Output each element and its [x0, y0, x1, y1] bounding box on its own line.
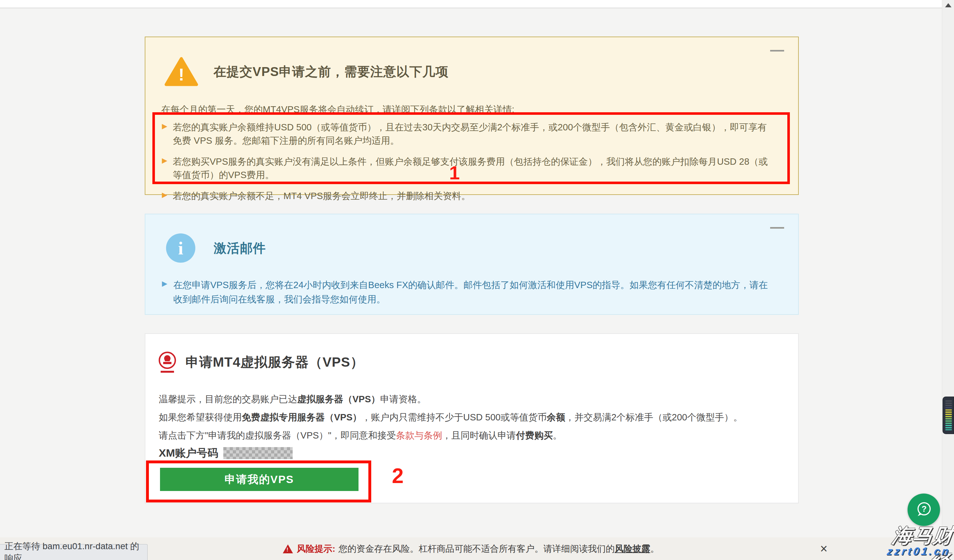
- collapse-dash-icon[interactable]: [770, 50, 784, 51]
- text: 。: [650, 544, 659, 554]
- help-chat-button[interactable]: ?: [907, 493, 940, 526]
- terms-and-conditions-link[interactable]: 条款与条例: [396, 430, 442, 440]
- stamp-icon: [158, 350, 176, 374]
- status-text: 正在等待 bam.eu01.nr-data.net 的响应...: [5, 540, 147, 560]
- text: 。: [553, 430, 562, 440]
- apply-paragraph-1: 温馨提示，目前您的交易账户已达虚拟服务器（VPS）申请资格。: [159, 393, 426, 406]
- text: 温馨提示，目前您的交易账户已达: [159, 394, 297, 404]
- text: 请点击下方"申请我的虚拟服务器（VPS）"，即同意和接受: [159, 430, 396, 440]
- svg-text:!: !: [178, 65, 184, 84]
- apply-my-vps-button[interactable]: 申请我的VPS: [160, 468, 359, 491]
- page-top-strip: [0, 0, 942, 8]
- close-icon[interactable]: ×: [820, 539, 828, 558]
- risk-label: 风险提示:: [297, 543, 335, 555]
- risk-text: 您的资金存在风险。杠杆商品可能不适合所有客户。请详细阅读我们的风险披露。: [338, 543, 659, 555]
- text: 如果您希望获得使用: [159, 412, 242, 422]
- apply-paragraph-3: 请点击下方"申请我的虚拟服务器（VPS）"，即同意和接受条款与条例，且同时确认申…: [159, 429, 562, 442]
- bullet-arrow-icon: ▶: [162, 189, 173, 202]
- risk-warning-glyph: !: [287, 547, 288, 553]
- bullet-arrow-icon: ▶: [162, 121, 173, 147]
- bullet-arrow-icon: ▶: [162, 278, 173, 306]
- warning-bullet-text: 若您的真实账户余额不足，MT4 VPS服务会立即终止，并删除相关资料。: [173, 189, 471, 202]
- account-number-row: XM账户号码: [159, 446, 293, 460]
- text: ，且同时确认申请: [442, 430, 516, 440]
- help-bubble-icon: ?: [914, 500, 933, 519]
- text: ，并交易满2个标准手（或200个微型手）。: [565, 412, 743, 422]
- warning-bullet-text: 若您的真实账户余额维持USD 500（或等值货币），且在过去30天内交易至少满2…: [173, 121, 774, 147]
- text-bold: 余额: [547, 412, 565, 422]
- risk-warning-icon: !: [283, 544, 293, 553]
- svg-text:?: ?: [921, 504, 927, 513]
- annotation-number-2: 2: [392, 464, 404, 488]
- info-panel-body: 在您申请VPS服务后，您将在24小时内收到来自Beeks FX的确认邮件。邮件包…: [173, 278, 772, 306]
- browser-status-bubble: 正在等待 bam.eu01.nr-data.net 的响应...: [0, 544, 148, 560]
- apply-vps-panel: 申请MT4虚拟服务器（VPS） 温馨提示，目前您的交易账户已达虚拟服务器（VPS…: [145, 333, 799, 503]
- warning-bullet-text: 若您购买VPS服务的真实账户没有满足以上条件，但账户余额足够支付该服务费用（包括…: [173, 155, 774, 182]
- info-panel-title: 激活邮件: [214, 240, 266, 257]
- list-item: ▶ 若您购买VPS服务的真实账户没有满足以上条件，但账户余额足够支付该服务费用（…: [162, 155, 786, 182]
- warning-triangle-icon: !: [164, 57, 198, 86]
- widget-stripes-icon: [945, 400, 952, 430]
- text: 申请资格。: [380, 394, 426, 404]
- scroll-up-arrow-icon[interactable]: [945, 3, 951, 7]
- vps-warning-panel: ! 在提交VPS申请之前，需要注意以下几项 在每个月的第一天，您的MT4VPS服…: [145, 37, 799, 195]
- text-bold: 虚拟服务器（VPS）: [297, 394, 380, 404]
- edge-extension-widget[interactable]: [943, 397, 954, 434]
- text-bold: 免费虚拟专用服务器（VPS）: [242, 412, 362, 422]
- watermark-line2: zzrt01.cn: [871, 545, 951, 557]
- list-item: ▶ 若您的真实账户余额不足，MT4 VPS服务会立即终止，并删除相关资料。: [162, 189, 786, 202]
- text: ，账户内只需维持不少于USD 500或等值货币: [362, 412, 547, 422]
- text: 您的资金存在风险。杠杆商品可能不适合所有客户。请详细阅读我们的: [338, 544, 614, 554]
- account-number-label: XM账户号码: [159, 446, 218, 460]
- list-item: ▶ 若您的真实账户余额维持USD 500（或等值货币），且在过去30天内交易至少…: [162, 121, 786, 147]
- info-icon: i: [166, 233, 195, 263]
- browser-page: ! 在提交VPS申请之前，需要注意以下几项 在每个月的第一天，您的MT4VPS服…: [0, 0, 954, 560]
- activation-email-panel: i 激活邮件 ▶ 在您申请VPS服务后，您将在24小时内收到来自Beeks FX…: [145, 214, 799, 315]
- risk-disclosure-link[interactable]: 风险披露: [614, 544, 650, 554]
- apply-panel-title: 申请MT4虚拟服务器（VPS）: [186, 353, 364, 371]
- warning-panel-title: 在提交VPS申请之前，需要注意以下几项: [214, 63, 449, 81]
- text-bold: 付费购买: [516, 430, 553, 440]
- vertical-scrollbar[interactable]: [942, 0, 954, 560]
- annotation-number-1: 1: [449, 162, 460, 184]
- warning-bullet-list: ▶ 若您的真实账户余额维持USD 500（或等值货币），且在过去30天内交易至少…: [162, 121, 786, 210]
- collapse-dash-icon[interactable]: [770, 227, 784, 229]
- redacted-account-number: [223, 447, 293, 459]
- apply-paragraph-2: 如果您希望获得使用免费虚拟专用服务器（VPS），账户内只需维持不少于USD 50…: [159, 411, 742, 424]
- bullet-arrow-icon: ▶: [162, 155, 173, 182]
